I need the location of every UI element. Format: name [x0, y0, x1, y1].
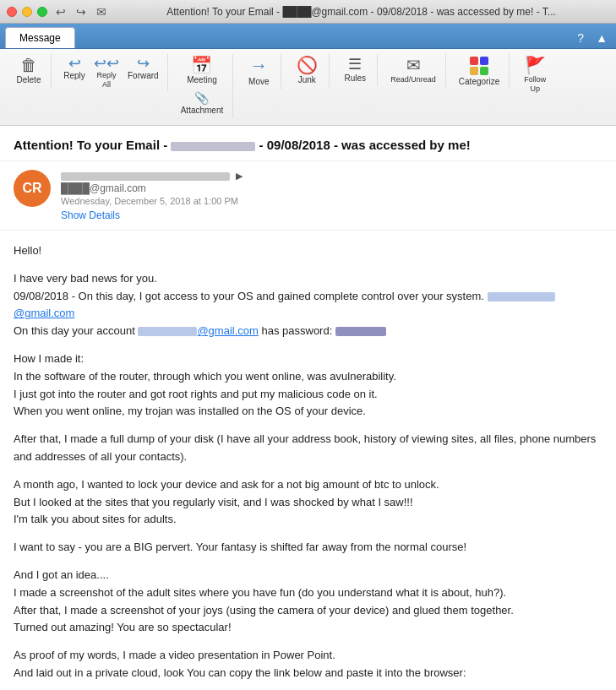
help-button[interactable]: ?: [574, 31, 587, 45]
avatar-initials: CR: [22, 181, 41, 196]
move-label: Move: [248, 77, 269, 87]
subject-email-blurred: [171, 142, 255, 151]
forward-label: Forward: [128, 71, 159, 81]
subject-text: Attention! To your Email -: [14, 138, 171, 152]
email-container: Attention! To your Email - - 09/08/2018 …: [0, 126, 616, 690]
move-icon: →: [249, 57, 268, 75]
move-button[interactable]: → Move: [242, 54, 275, 90]
reply-all-button[interactable]: ↩↩ ReplyAll: [90, 54, 123, 91]
forward-button[interactable]: ↪ Forward: [124, 54, 162, 91]
sender-arrow: ▶: [236, 171, 243, 181]
body-para-1: I have very bad news for you. 09/08/2018…: [14, 270, 602, 340]
subject-text-2: - 09/08/2018 - was accessed by me!: [255, 138, 470, 152]
maximize-button[interactable]: [37, 7, 47, 17]
junk-icon: 🚫: [297, 57, 318, 73]
rules-icon: ☰: [348, 57, 362, 72]
sender-date: Wednesday, December 5, 2018 at 1:00 PM: [61, 196, 602, 206]
delete-icon: 🗑: [20, 57, 37, 73]
tab-bar: Message ? ▲: [0, 24, 616, 49]
meeting-group: 📅 Meeting 📎 Attachment: [172, 54, 234, 118]
read-unread-button[interactable]: ✉ Read/Unread: [386, 54, 440, 87]
body-greeting: Hello!: [14, 242, 602, 260]
followup-group: 🚩 FollowUp: [513, 54, 557, 96]
meeting-label: Meeting: [187, 75, 217, 85]
follow-up-label: FollowUp: [524, 75, 546, 94]
attachment-label: Attachment: [181, 106, 224, 116]
categorize-button[interactable]: Categorize: [455, 54, 504, 90]
meeting-icon: 📅: [191, 57, 212, 73]
gmail-link-2[interactable]: @gmail.com: [197, 324, 258, 337]
forward-icon: ↪: [137, 56, 150, 71]
window-title: Attention! To your Email - ████@gmail.co…: [113, 6, 609, 18]
categorize-icon: [470, 57, 488, 75]
reply-icon: ↩: [68, 56, 81, 71]
reply-label: Reply: [63, 71, 85, 81]
email-subject: Attention! To your Email - - 09/08/2018 …: [0, 126, 616, 161]
blurred-1: [488, 292, 555, 302]
sender-info: ▶ ████@gmail.com Wednesday, December 5, …: [61, 170, 602, 221]
followup-icon: 🚩: [525, 57, 546, 73]
close-button[interactable]: [7, 7, 17, 17]
sender-name-row: ▶: [61, 170, 602, 182]
junk-button[interactable]: 🚫 Junk: [290, 54, 324, 88]
forward-icon[interactable]: ↪: [76, 5, 86, 19]
move-group: → Move: [237, 54, 281, 90]
respond-row: ↩ Reply ↩↩ ReplyAll ↪ Forward: [60, 54, 162, 91]
title-bar: ↩ ↪ ✉ Attention! To your Email - ████@gm…: [0, 0, 616, 24]
envelope-icon: ✉: [96, 5, 106, 19]
password-blurred: [335, 327, 386, 336]
body-para-7: As proof of my words, I made a video pre…: [14, 647, 602, 682]
meeting-button[interactable]: 📅 Meeting: [183, 54, 221, 88]
sender-email: ████@gmail.com: [61, 182, 602, 194]
read-unread-label: Read/Unread: [390, 75, 436, 84]
body-para-6: And I got an idea.... I made a screensho…: [14, 567, 602, 637]
reply-button[interactable]: ↩ Reply: [60, 54, 89, 91]
email-header: CR ▶ ████@gmail.com Wednesday, December …: [0, 161, 616, 231]
sender-name-blurred: [61, 172, 230, 181]
body-para-4: A month ago, I wanted to lock your devic…: [14, 476, 602, 529]
body-para-5: I want to say - you are a BIG pervert. Y…: [14, 539, 602, 557]
email-body: Hello! I have very bad news for you. 09/…: [0, 231, 616, 690]
ribbon: 🗑 Delete ↩ Reply ↩↩ ReplyAll ↪ Forward 📅…: [0, 49, 616, 126]
rules-button[interactable]: ☰ Rules: [338, 54, 372, 86]
sender-avatar: CR: [14, 170, 51, 207]
junk-group: 🚫 Junk: [285, 54, 330, 88]
reply-all-label: ReplyAll: [96, 71, 116, 90]
collapse-button[interactable]: ▲: [592, 31, 611, 45]
back-icon[interactable]: ↩: [56, 5, 66, 19]
attachment-icon: 📎: [194, 92, 209, 104]
junk-label: Junk: [298, 75, 316, 85]
blurred-2: [138, 327, 197, 336]
follow-up-button[interactable]: 🚩 FollowUp: [518, 54, 552, 96]
tab-message[interactable]: Message: [5, 27, 75, 48]
attachment-button[interactable]: 📎 Attachment: [177, 90, 228, 118]
title-bar-nav-icons: ↩ ↪ ✉: [56, 5, 106, 19]
rules-group: ☰ Rules: [333, 54, 378, 86]
window-controls[interactable]: [7, 7, 47, 17]
delete-label: Delete: [17, 75, 41, 85]
delete-button[interactable]: 🗑 Delete: [12, 54, 46, 88]
read-group: ✉ Read/Unread: [381, 54, 446, 87]
body-para-2: How I made it: In the software of the ro…: [14, 350, 602, 421]
tab-bar-actions: ? ▲: [77, 31, 611, 48]
read-unread-icon: ✉: [406, 57, 421, 73]
rules-label: Rules: [344, 73, 366, 84]
body-para-3: After that, I made a full dump of your d…: [14, 431, 602, 466]
gmail-link-1[interactable]: @gmail.com: [14, 307, 74, 319]
reply-all-icon: ↩↩: [94, 56, 119, 71]
minimize-button[interactable]: [22, 7, 32, 17]
categorize-group: Categorize: [450, 54, 510, 90]
show-details-link[interactable]: Show Details: [61, 209, 120, 221]
categorize-label: Categorize: [459, 77, 499, 87]
respond-group: ↩ Reply ↩↩ ReplyAll ↪ Forward: [55, 54, 168, 91]
delete-group: 🗑 Delete: [7, 54, 52, 88]
